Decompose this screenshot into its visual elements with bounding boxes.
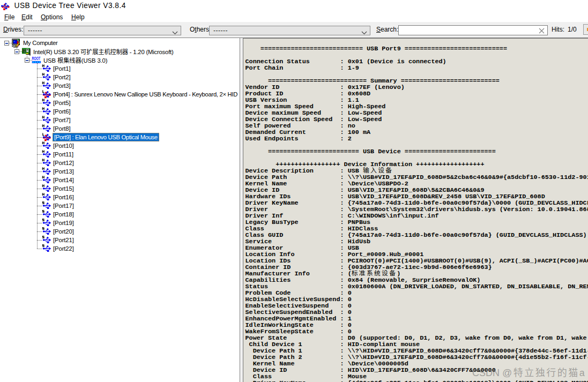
svg-text:ROOT: ROOT [32, 56, 41, 61]
